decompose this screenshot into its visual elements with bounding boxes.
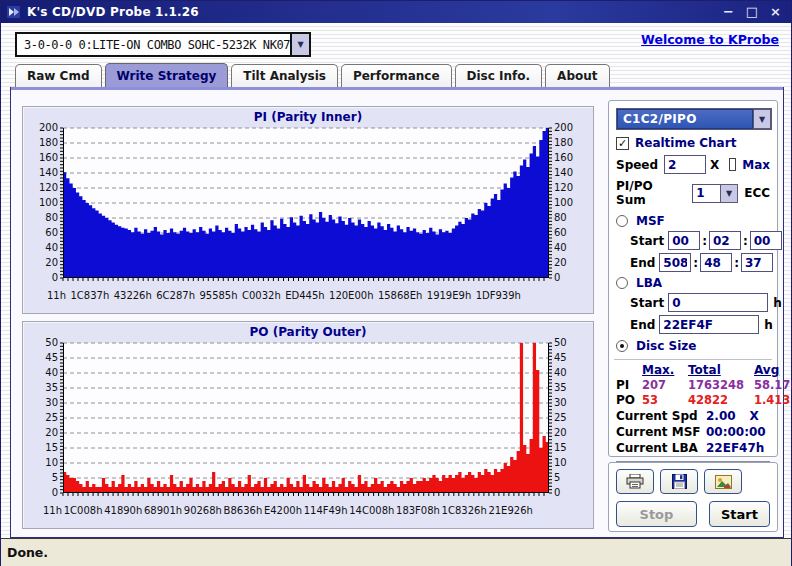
realtime-chart-label: Realtime Chart	[635, 136, 736, 150]
msf-end-frame[interactable]	[741, 253, 773, 272]
tab-performance[interactable]: Performance	[341, 64, 452, 87]
po-max: 53	[642, 393, 688, 407]
y-tick-label: 120	[23, 183, 63, 193]
pi-chart-panel: PI (Parity Inner) 2001801601401201008060…	[22, 106, 594, 314]
x-tick-label: 14C008h	[349, 505, 394, 516]
y-tick-label: 60	[549, 228, 589, 238]
pipo-sum-select[interactable]: ▼	[692, 184, 738, 203]
pi-total: 1763248	[688, 378, 754, 392]
chevron-down-icon[interactable]: ▼	[753, 109, 771, 129]
po-plot	[63, 343, 549, 493]
x-tick-label: 21E926h	[488, 505, 532, 516]
y-tick-label: 15	[549, 443, 589, 453]
msf-start-frame[interactable]	[750, 231, 782, 250]
x-tick-label: 1C837h	[70, 290, 109, 301]
disc-size-radio[interactable]	[616, 340, 628, 352]
msf-end-min[interactable]	[659, 253, 691, 272]
export-image-button[interactable]	[704, 469, 742, 494]
msf-label: MSF	[636, 214, 665, 228]
x-tick-label: ED445h	[285, 290, 324, 301]
tab-disc-info[interactable]: Disc Info.	[455, 64, 543, 87]
x-tick-label: 90268h	[184, 505, 222, 516]
x-tick-label: 1919E9h	[427, 290, 471, 301]
x-tick-label: 114F49h	[304, 505, 348, 516]
po-avg: 1.413	[754, 393, 792, 407]
mode-select-value: C1C2/PIPO	[617, 109, 753, 129]
pi-y-axis-left: 200180160140120100806040200	[23, 123, 63, 283]
minimize-button[interactable]: −	[723, 5, 734, 19]
msf-start-min[interactable]	[668, 231, 700, 250]
y-tick-label: 50	[549, 338, 589, 348]
current-spd-unit: X	[750, 409, 759, 423]
close-button[interactable]: ×	[770, 5, 781, 19]
x-tick-label: 95585h	[199, 290, 237, 301]
speed-input[interactable]	[664, 155, 706, 174]
y-tick-label: 100	[549, 198, 589, 208]
pipo-sum-label: PI/PO Sum	[616, 179, 686, 207]
max-speed-label: Max	[742, 158, 770, 172]
chevron-down-icon[interactable]: ▼	[720, 184, 738, 203]
po-chart-panel: PO (Parity Outer) 50454035302520151050 5…	[22, 321, 594, 529]
msf-radio[interactable]	[616, 215, 628, 227]
y-tick-label: 140	[549, 168, 589, 178]
max-speed-checkbox[interactable]	[729, 158, 737, 171]
pi-x-axis: 11h1C837h43226h6C287h95585hC0032hED445h1…	[47, 290, 521, 301]
content-top-strip	[11, 87, 783, 90]
y-tick-label: 20	[549, 258, 589, 268]
chevron-down-icon[interactable]: ▼	[290, 34, 309, 55]
realtime-chart-checkbox[interactable]: ✓	[616, 137, 629, 150]
x-tick-label: 6C287h	[156, 290, 195, 301]
x-tick-label: C0032h	[242, 290, 281, 301]
tab-raw-cmd[interactable]: Raw Cmd	[15, 64, 102, 87]
maximize-button[interactable]: □	[746, 5, 758, 19]
y-tick-label: 40	[549, 368, 589, 378]
x-tick-label: 11h	[47, 290, 66, 301]
lba-start-label: Start	[630, 296, 664, 310]
action-panel: Stop Start	[608, 462, 778, 532]
x-tick-label: 15868Eh	[378, 290, 422, 301]
welcome-link[interactable]: Welcome to KProbe	[641, 32, 779, 47]
print-button[interactable]	[616, 469, 654, 494]
tab-write-strategy[interactable]: Write Strategy	[105, 63, 229, 87]
start-button[interactable]: Start	[709, 501, 770, 527]
lba-radio[interactable]	[616, 277, 628, 289]
y-tick-label: 10	[549, 458, 589, 468]
y-tick-label: 120	[549, 183, 589, 193]
stop-button[interactable]: Stop	[616, 501, 697, 527]
x-tick-label: E4200h	[264, 505, 302, 516]
lba-end-label: End	[630, 318, 655, 332]
pi-row-label: PI	[616, 378, 642, 392]
lba-start-input[interactable]	[668, 293, 768, 312]
y-tick-label: 140	[23, 168, 63, 178]
y-tick-label: 40	[23, 368, 63, 378]
y-tick-label: 100	[23, 198, 63, 208]
lba-end-input[interactable]	[659, 315, 759, 334]
y-tick-label: 45	[23, 353, 63, 363]
ecc-label: ECC	[744, 186, 770, 200]
y-tick-label: 180	[23, 138, 63, 148]
tab-tilt-analysis[interactable]: Tilt Analysis	[231, 64, 338, 87]
y-tick-label: 35	[549, 383, 589, 393]
po-y-axis-left: 50454035302520151050	[23, 338, 63, 498]
y-tick-label: 20	[23, 428, 63, 438]
pi-max: 207	[642, 378, 688, 392]
x-tick-label: 43226h	[114, 290, 152, 301]
y-tick-label: 160	[549, 153, 589, 163]
image-icon	[715, 475, 732, 489]
y-tick-label: 5	[549, 473, 589, 483]
current-spd-label: Current Spd	[616, 409, 706, 423]
speed-label: Speed	[616, 158, 658, 172]
mode-select[interactable]: C1C2/PIPO ▼	[616, 108, 772, 130]
y-tick-label: 180	[549, 138, 589, 148]
pipo-sum-value[interactable]	[692, 184, 720, 203]
save-button[interactable]	[660, 469, 698, 494]
y-tick-label: 5	[23, 473, 63, 483]
msf-start-sec[interactable]	[709, 231, 741, 250]
tab-bar: Raw Cmd Write Strategy Tilt Analysis Per…	[15, 63, 610, 87]
tab-about[interactable]: About	[545, 64, 609, 87]
y-tick-label: 200	[549, 123, 589, 133]
device-select[interactable]: 3-0-0-0 0:LITE-ON COMBO SOHC-5232K NK07 …	[15, 32, 311, 57]
msf-end-sec[interactable]	[700, 253, 732, 272]
y-tick-label: 30	[549, 398, 589, 408]
y-tick-label: 20	[23, 258, 63, 268]
